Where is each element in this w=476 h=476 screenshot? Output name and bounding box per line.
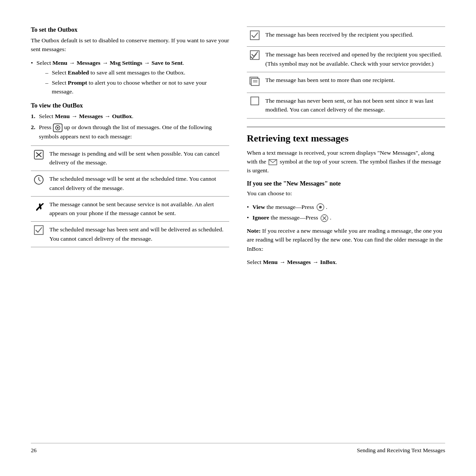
ignore-content: Ignore the message—Press . [253,213,331,222]
multi-icon-cell [247,72,263,93]
new-messages-heading: If you see the "New Messages" note [247,180,445,187]
sub-item-2: Select Prompt to alert you to choose whe… [45,78,229,97]
right-symbol-table: The message has been received by the rec… [247,26,445,119]
nav-icon [53,124,64,130]
outbox-bullet-list: Select Menu → Messages → Msg Settings → … [31,59,229,98]
step-2-content: Press up or down through the list of mes… [39,123,229,141]
table-row: The scheduled message will be sent at th… [31,171,229,197]
ignore-icon [320,214,330,221]
numbered-steps: Select Menu → Messages → OutBox. Press [31,112,229,141]
x-icon-cell: ✗ [31,196,47,222]
check-received-text: The message has been received by the rec… [263,27,445,47]
sub-list: Select Enabled to save all sent messages… [37,68,229,97]
note-text: Note: If you receive a new message while… [247,227,445,253]
sub-item-1: Select Enabled to save all sent messages… [45,68,229,77]
step-1: Select Menu → Messages → OutBox. [31,112,229,121]
step-1-content: Select Menu → Messages → OutBox. [39,112,134,121]
check-received-icon-cell [247,27,263,47]
schedule-text: The scheduled message will be sent at th… [47,171,229,197]
table-row: ✗ The message cannot be sent because ser… [31,196,229,222]
new-messages-body: You can choose to: [247,189,445,198]
bullet-1-content: Select Menu → Messages → Msg Settings → … [37,59,229,98]
left-symbol-table: The message is pending and will be sent … [31,145,229,247]
envelope-icon [268,158,279,165]
check-received-icon [250,30,260,40]
footer: 26 Sending and Receiving Text Messages [31,443,445,454]
check-small-icon [34,225,44,235]
x-text: The message cannot be sent because servi… [47,196,229,222]
svg-point-2 [57,127,59,129]
content-area: To set the Outbox The Outbox default is … [31,26,445,434]
pending-icon [33,149,44,160]
check-opened-text: The message has been received and opened… [263,47,445,72]
empty-square-icon-cell [247,93,263,119]
schedule-icon [33,175,44,185]
right-column: The message has been received by the rec… [247,26,445,434]
check-opened-icon [250,50,260,60]
x-icon: ✗ [35,202,43,213]
table-row: The message is pending and will be sent … [31,145,229,171]
schedule-icon-cell [31,171,47,197]
outbox-body: The Outbox default is set to disabled to… [31,36,229,54]
bullet-item-1: Select Menu → Messages → Msg Settings → … [31,59,229,98]
table-row: The message has been received and opened… [247,47,445,72]
view-content: View the message—Press . [253,203,327,212]
viewbox-heading: To view the OutBox [31,102,229,109]
page-number: 26 [31,447,37,454]
check-small-text: The scheduled message has been sent and … [47,222,229,247]
svg-line-8 [39,180,41,181]
check-opened-icon-cell [247,47,263,72]
select-inbox: Select Menu → Messages → InBox. [247,258,445,267]
table-row: The message has been sent to more than o… [247,72,445,93]
table-row: The message has never been sent, or has … [247,93,445,119]
view-bullet: View the message—Press . [247,203,445,212]
sub-2-content: Select Prompt to alert you to choose whe… [52,78,229,97]
empty-square-icon [250,97,259,105]
section-title: Sending and Receiving Text Messages [357,447,445,454]
empty-square-text: The message has never been sent, or has … [263,93,445,119]
step-2: Press up or down through the list of mes… [31,123,229,141]
sub-1-content: Select Enabled to save all sent messages… [52,68,185,77]
retrieving-body: When a text message is received, your sc… [247,149,445,175]
table-row: The message has been received by the rec… [247,27,445,47]
view-ignore-list: View the message—Press . Ignore th [247,203,445,223]
view-icon [316,204,326,210]
pending-icon-cell [31,145,47,171]
left-column: To set the Outbox The Outbox default is … [31,26,229,434]
outbox-heading: To set the Outbox [31,26,229,33]
table-row: The scheduled message has been sent and … [31,222,229,247]
ignore-bullet: Ignore the message—Press . [247,213,445,222]
svg-rect-16 [251,97,259,105]
multi-recipient-icon [249,76,260,86]
page: To set the Outbox The Outbox default is … [0,0,476,476]
checkmark-small-icon-cell [31,222,47,247]
retrieving-heading: Retrieving text messages [247,126,445,144]
multi-recipient-text: The message has been sent to more than o… [263,72,445,93]
svg-point-19 [319,206,322,208]
pending-text: The message is pending and will be sent … [47,145,229,171]
